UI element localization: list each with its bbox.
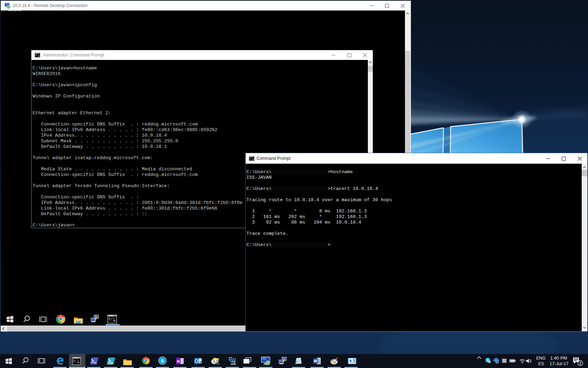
svg-text:N: N [177, 359, 180, 363]
svg-text:W: W [314, 359, 317, 363]
svg-text:S: S [161, 358, 164, 363]
svg-text:2: 2 [579, 361, 581, 365]
